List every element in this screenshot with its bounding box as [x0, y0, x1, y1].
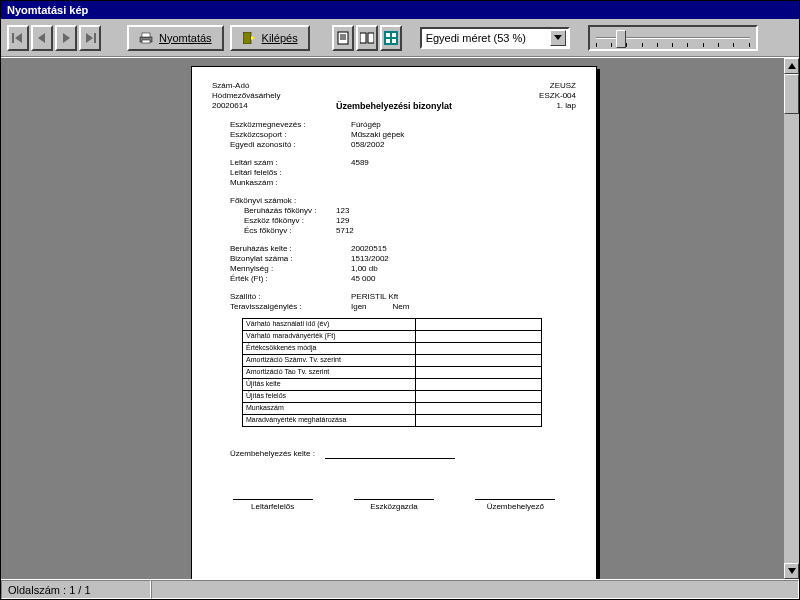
- view-multi-page-button[interactable]: [380, 25, 402, 51]
- svg-marker-3: [63, 33, 70, 43]
- svg-rect-5: [94, 33, 96, 43]
- supplier-block: Szállító :PERISTIL Kft Teravisszaigénylé…: [230, 292, 576, 312]
- scroll-track[interactable]: [784, 74, 799, 563]
- preview-page: Szám-Adó Hódmezővásárhely 20020614 ZEUSZ…: [191, 66, 597, 579]
- svg-rect-7: [142, 33, 150, 37]
- last-page-button[interactable]: [79, 25, 101, 51]
- page-content: Szám-Adó Hódmezővásárhely 20020614 ZEUSZ…: [212, 81, 576, 579]
- hdr-page: 1. lap: [539, 101, 576, 111]
- view-facing-pages-button[interactable]: [356, 25, 378, 51]
- window-title: Nyomtatási kép: [7, 4, 88, 16]
- print-label: Nyomtatás: [159, 32, 212, 44]
- svg-marker-2: [38, 33, 45, 43]
- fields-block-2: Leltári szám :4589 Leltári felelős : Mun…: [230, 158, 576, 188]
- svg-rect-19: [392, 33, 396, 37]
- svg-marker-4: [86, 33, 93, 43]
- commission-date-line: Üzembehelyezés kelte :: [230, 449, 576, 459]
- zoom-select[interactable]: Egyedi méret (53 %): [420, 27, 570, 49]
- fields-block-1: Eszközmegnevezés :Fúrógép Eszközcsoport …: [230, 120, 576, 150]
- scroll-thumb[interactable]: [784, 74, 799, 114]
- view-single-page-button[interactable]: [332, 25, 354, 51]
- exit-button[interactable]: Kilépés: [230, 25, 310, 51]
- nav-group: [7, 25, 101, 51]
- svg-rect-20: [386, 39, 390, 43]
- svg-rect-9: [243, 32, 251, 44]
- slider-ticks: [596, 43, 750, 47]
- hdr-system: ZEUSZ: [539, 81, 576, 91]
- svg-rect-0: [12, 33, 14, 43]
- printer-icon: [139, 31, 153, 45]
- hdr-form: ESZK-004: [539, 91, 576, 101]
- view-mode-group: [332, 25, 402, 51]
- fields-block-3: Beruházás kelte :20020515 Bizonylat szám…: [230, 244, 576, 284]
- svg-rect-11: [338, 32, 348, 44]
- fk-block: Főkönyvi számok : Beruházás főkönyv :123…: [230, 196, 576, 236]
- scroll-up-button[interactable]: [784, 58, 799, 74]
- status-filler: [151, 580, 799, 599]
- print-button[interactable]: Nyomtatás: [127, 25, 224, 51]
- first-page-button[interactable]: [7, 25, 29, 51]
- toolbar: Nyomtatás Kilépés Egyedi méret (53 %): [1, 19, 799, 57]
- statusbar: Oldalszám : 1 / 1: [1, 579, 799, 599]
- svg-rect-21: [392, 39, 396, 43]
- svg-rect-15: [360, 33, 366, 43]
- svg-marker-24: [788, 568, 796, 574]
- svg-marker-23: [788, 63, 796, 69]
- vertical-scrollbar[interactable]: [783, 58, 799, 579]
- status-page-count: Oldalszám : 1 / 1: [1, 580, 151, 599]
- hdr-company: Szám-Adó: [212, 81, 280, 91]
- exit-label: Kilépés: [262, 32, 298, 44]
- svg-rect-8: [142, 40, 150, 43]
- svg-marker-22: [554, 35, 562, 40]
- svg-marker-1: [15, 33, 22, 43]
- exit-icon: [242, 31, 256, 45]
- svg-marker-10: [251, 36, 255, 40]
- client-area: Szám-Adó Hódmezővásárhely 20020614 ZEUSZ…: [1, 57, 799, 579]
- detail-table: Várható használati idő (év) Várható mara…: [242, 318, 542, 427]
- hdr-date: 20020614: [212, 101, 280, 111]
- prev-page-button[interactable]: [31, 25, 53, 51]
- print-preview-window: Nyomtatási kép Nyomtatás: [0, 0, 800, 600]
- next-page-button[interactable]: [55, 25, 77, 51]
- window-titlebar: Nyomtatási kép: [1, 1, 799, 19]
- preview-canvas: Szám-Adó Hódmezővásárhely 20020614 ZEUSZ…: [1, 58, 783, 579]
- signature-row: Leltárfelelős Eszközgazda Üzembehelyező: [212, 499, 576, 512]
- hdr-city: Hódmezővásárhely: [212, 91, 280, 101]
- chevron-down-icon: [550, 30, 566, 46]
- zoom-slider[interactable]: [588, 25, 758, 51]
- svg-rect-16: [368, 33, 374, 43]
- svg-rect-18: [386, 33, 390, 37]
- zoom-select-value: Egyedi méret (53 %): [426, 32, 546, 44]
- scroll-down-button[interactable]: [784, 563, 799, 579]
